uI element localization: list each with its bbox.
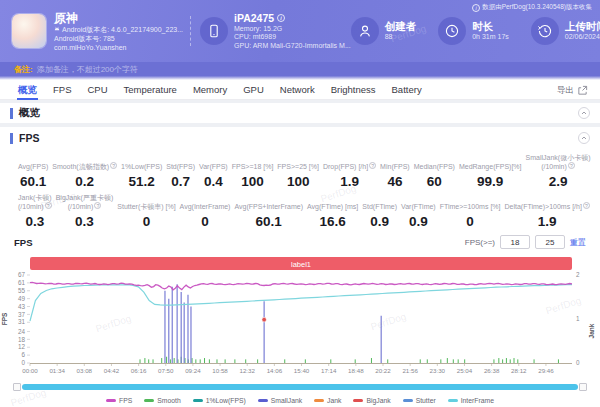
report-header: 原神 Android版本名: 4.6.0_22174900_223... And… [0,0,600,62]
legend-color-dash [106,399,116,402]
game-info-block: 原神 Android版本名: 4.6.0_22174900_223... And… [12,11,183,52]
metric-label: Jank(卡顿)(/10min)? [18,194,52,212]
duration-label: 时长 [472,20,509,33]
export-label: 导出 [557,80,574,100]
y-axis-tick: 6 [21,351,25,358]
device-info-icon[interactable]: i [277,14,285,22]
x-axis-tick: 03:08 [77,367,93,374]
metric-cell: MedRange(FPS)[%]99.9 [457,163,524,190]
y-axis-tick: 18 [18,336,26,343]
slider-track[interactable] [22,384,578,390]
metric-value: 0 [117,214,175,229]
metric-cell: SmallJank(微小卡顿)(/10min)?2.9 [524,154,593,190]
info-icon[interactable]: ? [94,202,101,209]
y-axis-label: FPS [1,312,8,325]
x-axis-tick: 06:16 [131,367,147,374]
export-icon [577,85,588,96]
fps-threshold-input-2[interactable] [535,235,565,249]
info-icon[interactable]: ? [110,162,117,169]
tab-2[interactable]: FPS [45,80,79,100]
tab-9[interactable]: Battery [384,80,430,100]
legend-item-interframe[interactable]: InterFrame [448,397,494,404]
creator-label: 创建者 [385,20,417,33]
tab-1[interactable]: 概览 [10,80,45,100]
metric-label: Delta(FTime)>100ms [/h]? [505,202,590,211]
info-icon[interactable]: ? [583,202,590,209]
legend-label: Jank [327,397,341,404]
metric-value: 60 [414,174,455,189]
clock-icon [444,23,460,39]
metric-label: Avg(FPS) [18,163,48,172]
y2-axis-label: Jank [588,323,595,338]
metric-label: BigJank(严重卡顿)(/10min)? [56,194,114,212]
tab-3[interactable]: CPU [79,80,115,100]
metric-label: Avg(FPS+InterFrame) [234,203,303,212]
metric-label: MedRange(FPS)[%] [459,163,522,172]
overview-section: 概览 [0,103,600,123]
fps-collapse-button[interactable] [578,132,590,144]
legend-item-1-low-fps-[interactable]: 1%Low(FPS) [193,397,246,404]
metric-label: FPS>=25 [%] [277,163,319,172]
info-icon[interactable]: ? [369,162,376,169]
legend-item-bigjank[interactable]: BigJank [353,397,390,404]
slider-right-handle[interactable] [579,383,587,391]
y-axis-tick: 49 [18,295,26,302]
metric-cell: FPS>=18 [%]100 [230,163,276,190]
y-axis-tick: 31 [18,318,26,325]
x-axis-tick: 17:14 [321,367,337,374]
device-gpu: GPU: ARM Mali-G720-Immortalis M... [234,42,351,51]
x-axis-tick: 25:04 [457,367,473,374]
export-button[interactable]: 导出 [557,80,588,100]
y2-axis-tick: 1 [576,315,580,322]
metric-value: 99.9 [459,174,522,189]
fps-threshold-input-1[interactable] [500,235,530,249]
metric-label: Var(FPS) [199,163,228,172]
legend-item-smooth[interactable]: Smooth [144,397,180,404]
metric-cell: Delta(FTime)>100ms [/h]?1.9 [503,202,592,229]
fps-chart-svg[interactable]: label16761554943373124181260210FPSJank00… [0,251,600,375]
metric-value: 60.1 [234,214,303,229]
note-bar[interactable]: 备注: 添加备注，不超过200个字符 [0,62,600,76]
slider-left-handle[interactable] [13,383,21,391]
info-icon[interactable]: ? [568,162,575,169]
tab-8[interactable]: Brightness [323,80,384,100]
note-placeholder: 添加备注，不超过200个字符 [37,64,138,75]
chart-range-slider [13,382,587,392]
phone-icon [206,23,222,39]
y-axis-tick: 0 [21,359,25,366]
person-icon [357,23,373,39]
metric-cell: Std(FTime)0.9 [360,203,399,230]
metric-cell: Min(FPS)46 [378,163,412,190]
legend-item-fps[interactable]: FPS [106,397,132,404]
tab-7[interactable]: Network [272,80,323,100]
upload-time-value: 02/06/2024 21:18:28 [565,33,600,42]
legend-item-stutter[interactable]: Stutter [403,397,436,404]
legend-item-smalljank[interactable]: SmallJank [258,397,302,404]
y-axis-tick: 43 [18,303,26,310]
metric-cell: Avg(FTime) [ms]16.6 [305,203,360,230]
x-axis-tick: 12:32 [239,367,255,374]
info-icon[interactable]: ? [45,202,52,209]
metric-value: 0.9 [362,214,397,229]
x-axis-tick: 00:00 [22,367,38,374]
android-icon [54,26,60,32]
x-axis-tick: 18:48 [348,367,364,374]
fps-reset-button[interactable]: 重置 [570,237,586,248]
fps-chart-area[interactable]: label16761554943373124181260210FPSJank00… [0,251,600,379]
creator-block: 创建者 88 [351,17,417,45]
overview-collapse-button[interactable] [578,107,590,119]
legend-item-jank[interactable]: Jank [314,397,341,404]
tab-6[interactable]: GPU [235,80,272,100]
chevron-up-icon [580,134,588,142]
x-axis-tick: 14:06 [267,367,283,374]
fps-metrics-row-2: Jank(卡顿)(/10min)?0.3BigJank(严重卡顿)(/10min… [0,189,600,229]
overview-section-title: 概览 [19,106,40,120]
y-axis-tick: 67 [18,271,26,278]
tab-4[interactable]: Temperature [116,80,185,100]
tab-5[interactable]: Memory [185,80,235,100]
section-tabbar: 概览FPSCPUTemperatureMemoryGPUNetworkBrigh… [0,80,600,100]
fps-line [30,282,572,289]
legend-label: Smooth [157,397,180,404]
legend-label: Stutter [416,397,436,404]
chart-label-band-text: label1 [291,260,311,269]
